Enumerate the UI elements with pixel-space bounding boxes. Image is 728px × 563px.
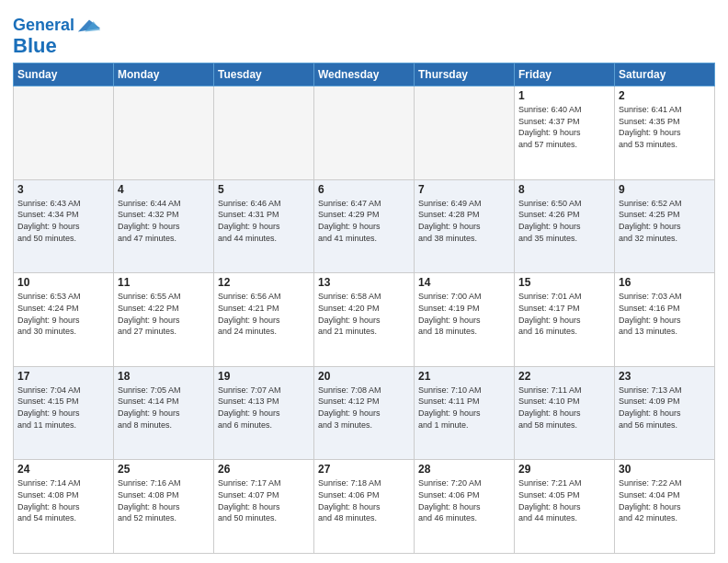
day-info: Sunrise: 7:20 AM Sunset: 4:06 PM Dayligh… <box>418 477 510 523</box>
day-number: 22 <box>518 370 610 383</box>
day-cell-13: 13Sunrise: 6:58 AM Sunset: 4:20 PM Dayli… <box>314 273 415 367</box>
day-cell-30: 30Sunrise: 7:22 AM Sunset: 4:04 PM Dayli… <box>615 460 715 554</box>
day-cell-20: 20Sunrise: 7:08 AM Sunset: 4:12 PM Dayli… <box>314 366 415 460</box>
day-info: Sunrise: 6:44 AM Sunset: 4:32 PM Dayligh… <box>118 198 210 244</box>
day-info: Sunrise: 7:14 AM Sunset: 4:08 PM Dayligh… <box>17 477 109 523</box>
day-cell-19: 19Sunrise: 7:07 AM Sunset: 4:13 PM Dayli… <box>214 366 314 460</box>
day-cell-27: 27Sunrise: 7:18 AM Sunset: 4:06 PM Dayli… <box>314 460 415 554</box>
page: General Blue SundayMondayTuesdayWednesda… <box>0 0 728 563</box>
week-row-5: 24Sunrise: 7:14 AM Sunset: 4:08 PM Dayli… <box>14 460 715 554</box>
day-info: Sunrise: 6:52 AM Sunset: 4:25 PM Dayligh… <box>619 198 711 244</box>
week-row-4: 17Sunrise: 7:04 AM Sunset: 4:15 PM Dayli… <box>14 366 715 460</box>
day-cell-16: 16Sunrise: 7:03 AM Sunset: 4:16 PM Dayli… <box>615 273 715 367</box>
day-info: Sunrise: 6:46 AM Sunset: 4:31 PM Dayligh… <box>218 198 310 244</box>
day-cell-15: 15Sunrise: 7:01 AM Sunset: 4:17 PM Dayli… <box>515 273 615 367</box>
day-number: 30 <box>619 463 711 476</box>
day-number: 18 <box>118 370 210 383</box>
day-number: 7 <box>418 183 510 196</box>
day-number: 27 <box>318 463 410 476</box>
logo-text: General <box>13 17 74 35</box>
empty-cell <box>314 86 415 180</box>
day-cell-3: 3Sunrise: 6:43 AM Sunset: 4:34 PM Daylig… <box>14 179 114 273</box>
day-cell-11: 11Sunrise: 6:55 AM Sunset: 4:22 PM Dayli… <box>114 273 214 367</box>
weekday-header-monday: Monday <box>114 63 214 86</box>
empty-cell <box>214 86 314 180</box>
logo-icon <box>76 13 102 39</box>
day-info: Sunrise: 6:56 AM Sunset: 4:21 PM Dayligh… <box>218 291 310 337</box>
day-number: 1 <box>518 89 610 102</box>
day-cell-29: 29Sunrise: 7:21 AM Sunset: 4:05 PM Dayli… <box>515 460 615 554</box>
day-number: 17 <box>17 370 109 383</box>
weekday-header-sunday: Sunday <box>14 63 114 86</box>
day-info: Sunrise: 7:01 AM Sunset: 4:17 PM Dayligh… <box>518 291 610 337</box>
day-cell-18: 18Sunrise: 7:05 AM Sunset: 4:14 PM Dayli… <box>114 366 214 460</box>
day-info: Sunrise: 7:08 AM Sunset: 4:12 PM Dayligh… <box>318 385 410 431</box>
day-number: 15 <box>518 276 610 289</box>
day-cell-1: 1Sunrise: 6:40 AM Sunset: 4:37 PM Daylig… <box>515 86 615 180</box>
day-number: 28 <box>418 463 510 476</box>
empty-cell <box>14 86 114 180</box>
day-number: 21 <box>418 370 510 383</box>
calendar-table: SundayMondayTuesdayWednesdayThursdayFrid… <box>13 63 715 554</box>
day-number: 13 <box>318 276 410 289</box>
day-info: Sunrise: 7:07 AM Sunset: 4:13 PM Dayligh… <box>218 385 310 431</box>
day-info: Sunrise: 7:04 AM Sunset: 4:15 PM Dayligh… <box>17 385 109 431</box>
day-number: 8 <box>518 183 610 196</box>
weekday-header-row: SundayMondayTuesdayWednesdayThursdayFrid… <box>14 63 715 86</box>
day-info: Sunrise: 7:21 AM Sunset: 4:05 PM Dayligh… <box>518 477 610 523</box>
day-number: 12 <box>218 276 310 289</box>
day-info: Sunrise: 6:49 AM Sunset: 4:28 PM Dayligh… <box>418 198 510 244</box>
day-number: 3 <box>17 183 109 196</box>
day-info: Sunrise: 7:00 AM Sunset: 4:19 PM Dayligh… <box>418 291 510 337</box>
day-info: Sunrise: 6:55 AM Sunset: 4:22 PM Dayligh… <box>118 291 210 337</box>
logo-text-blue: Blue <box>13 35 57 57</box>
day-cell-4: 4Sunrise: 6:44 AM Sunset: 4:32 PM Daylig… <box>114 179 214 273</box>
day-info: Sunrise: 7:22 AM Sunset: 4:04 PM Dayligh… <box>619 477 711 523</box>
day-number: 23 <box>619 370 711 383</box>
day-info: Sunrise: 6:50 AM Sunset: 4:26 PM Dayligh… <box>518 198 610 244</box>
day-cell-5: 5Sunrise: 6:46 AM Sunset: 4:31 PM Daylig… <box>214 179 314 273</box>
day-number: 25 <box>118 463 210 476</box>
day-cell-7: 7Sunrise: 6:49 AM Sunset: 4:28 PM Daylig… <box>415 179 515 273</box>
day-info: Sunrise: 6:40 AM Sunset: 4:37 PM Dayligh… <box>518 104 610 150</box>
day-number: 9 <box>619 183 711 196</box>
day-cell-26: 26Sunrise: 7:17 AM Sunset: 4:07 PM Dayli… <box>214 460 314 554</box>
weekday-header-friday: Friday <box>515 63 615 86</box>
day-cell-9: 9Sunrise: 6:52 AM Sunset: 4:25 PM Daylig… <box>615 179 715 273</box>
day-cell-28: 28Sunrise: 7:20 AM Sunset: 4:06 PM Dayli… <box>415 460 515 554</box>
day-number: 20 <box>318 370 410 383</box>
empty-cell <box>415 86 515 180</box>
day-number: 14 <box>418 276 510 289</box>
week-row-3: 10Sunrise: 6:53 AM Sunset: 4:24 PM Dayli… <box>14 273 715 367</box>
day-info: Sunrise: 7:11 AM Sunset: 4:10 PM Dayligh… <box>518 385 610 431</box>
day-number: 11 <box>118 276 210 289</box>
logo: General Blue <box>13 13 102 57</box>
day-cell-21: 21Sunrise: 7:10 AM Sunset: 4:11 PM Dayli… <box>415 366 515 460</box>
day-number: 29 <box>518 463 610 476</box>
day-info: Sunrise: 6:58 AM Sunset: 4:20 PM Dayligh… <box>318 291 410 337</box>
day-cell-10: 10Sunrise: 6:53 AM Sunset: 4:24 PM Dayli… <box>14 273 114 367</box>
day-cell-24: 24Sunrise: 7:14 AM Sunset: 4:08 PM Dayli… <box>14 460 114 554</box>
weekday-header-wednesday: Wednesday <box>314 63 415 86</box>
day-number: 16 <box>619 276 711 289</box>
day-info: Sunrise: 7:03 AM Sunset: 4:16 PM Dayligh… <box>619 291 711 337</box>
day-info: Sunrise: 7:17 AM Sunset: 4:07 PM Dayligh… <box>218 477 310 523</box>
day-info: Sunrise: 7:13 AM Sunset: 4:09 PM Dayligh… <box>619 385 711 431</box>
day-info: Sunrise: 7:05 AM Sunset: 4:14 PM Dayligh… <box>118 385 210 431</box>
day-cell-6: 6Sunrise: 6:47 AM Sunset: 4:29 PM Daylig… <box>314 179 415 273</box>
day-cell-2: 2Sunrise: 6:41 AM Sunset: 4:35 PM Daylig… <box>615 86 715 180</box>
day-number: 26 <box>218 463 310 476</box>
day-cell-22: 22Sunrise: 7:11 AM Sunset: 4:10 PM Dayli… <box>515 366 615 460</box>
day-cell-12: 12Sunrise: 6:56 AM Sunset: 4:21 PM Dayli… <box>214 273 314 367</box>
day-info: Sunrise: 7:10 AM Sunset: 4:11 PM Dayligh… <box>418 385 510 431</box>
weekday-header-tuesday: Tuesday <box>214 63 314 86</box>
week-row-1: 1Sunrise: 6:40 AM Sunset: 4:37 PM Daylig… <box>14 86 715 180</box>
day-cell-8: 8Sunrise: 6:50 AM Sunset: 4:26 PM Daylig… <box>515 179 615 273</box>
day-info: Sunrise: 6:43 AM Sunset: 4:34 PM Dayligh… <box>17 198 109 244</box>
day-number: 10 <box>17 276 109 289</box>
week-row-2: 3Sunrise: 6:43 AM Sunset: 4:34 PM Daylig… <box>14 179 715 273</box>
day-number: 6 <box>318 183 410 196</box>
day-number: 4 <box>118 183 210 196</box>
weekday-header-saturday: Saturday <box>615 63 715 86</box>
day-cell-25: 25Sunrise: 7:16 AM Sunset: 4:08 PM Dayli… <box>114 460 214 554</box>
